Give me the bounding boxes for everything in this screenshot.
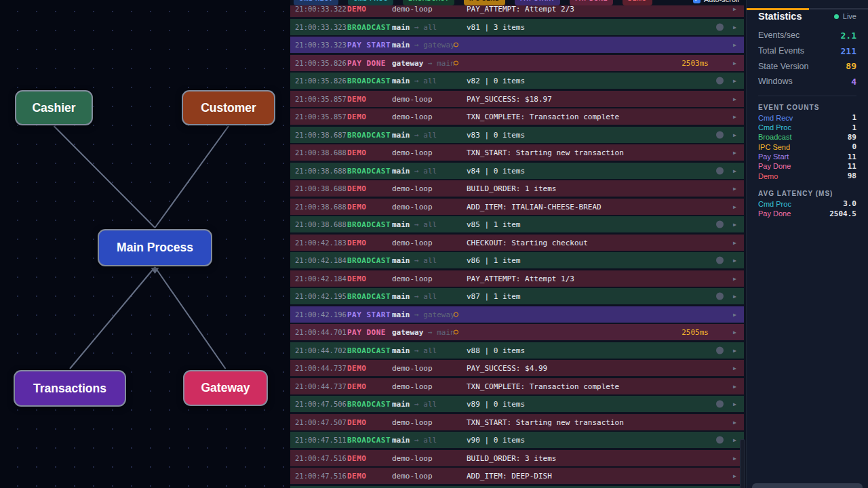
- event-message: v82 | 0 items: [467, 77, 525, 85]
- expand-chevron-icon[interactable]: ▶: [733, 455, 736, 461]
- expand-chevron-icon[interactable]: ▶: [733, 365, 736, 371]
- event-type-badge: DEMO: [347, 202, 367, 211]
- bottom-bar[interactable]: [752, 483, 863, 488]
- state-dot-icon: [716, 131, 724, 138]
- log-row[interactable]: 21:00:38.688DEMOdemo-loopTXN_START: Star…: [290, 144, 744, 161]
- log-row[interactable]: 21:00:42.196PAY STARTmain → gateway▶: [290, 306, 744, 323]
- log-row[interactable]: 21:00:38.687BROADCASTmain → allv83 | 0 i…: [290, 127, 744, 143]
- stats-title: Statistics: [758, 11, 802, 22]
- expand-chevron-icon[interactable]: ▶: [733, 150, 736, 156]
- expand-chevron-icon[interactable]: ▶: [733, 437, 736, 443]
- filter-chip-ipc-send[interactable]: IPC SEND: [464, 0, 505, 5]
- count-label: IPC Send: [758, 143, 790, 151]
- count-label: Demo: [758, 172, 778, 180]
- expand-chevron-icon[interactable]: ▶: [733, 60, 736, 66]
- filter-chip-broadcast[interactable]: BROADCAST: [403, 0, 454, 5]
- graph-edge: [155, 126, 229, 228]
- expand-chevron-icon[interactable]: ▶: [733, 311, 736, 317]
- count-row: Broadcast89: [758, 132, 856, 142]
- log-row[interactable]: 21:00:42.184BROADCASTmain → allv86 | 1 i…: [290, 252, 744, 268]
- expand-chevron-icon[interactable]: ▶: [733, 167, 736, 174]
- count-value: 1: [852, 123, 856, 132]
- pending-ring-icon: [454, 60, 458, 65]
- expand-chevron-icon[interactable]: ▶: [733, 186, 736, 192]
- log-scrollbar-thumb[interactable]: [740, 439, 745, 488]
- expand-chevron-icon[interactable]: ▶: [733, 293, 736, 300]
- log-row-partial[interactable]: [290, 486, 744, 488]
- expand-chevron-icon[interactable]: ▶: [733, 114, 736, 120]
- log-row[interactable]: 21:00:35.857DEMOdemo-loopPAY_SUCCESS: $1…: [290, 91, 744, 107]
- event-route: main → all: [392, 400, 437, 409]
- log-row[interactable]: 21:00:33.323BROADCASTmain → allv81 | 3 i…: [290, 19, 744, 35]
- event-message: TXN_START: Starting new transaction: [467, 418, 624, 426]
- expand-chevron-icon[interactable]: ▶: [733, 401, 736, 407]
- graph-node-customer[interactable]: Customer: [182, 90, 275, 125]
- divider: [758, 96, 856, 96]
- graph-node-cashier[interactable]: Cashier: [15, 90, 93, 125]
- event-route: gateway → main: [392, 328, 455, 337]
- expand-chevron-icon[interactable]: ▶: [733, 258, 736, 264]
- expand-chevron-icon[interactable]: ▶: [733, 473, 736, 479]
- log-row[interactable]: 21:00:42.183DEMOdemo-loopCHECKOUT: Start…: [290, 235, 744, 251]
- route-source: demo-loop: [392, 472, 433, 481]
- route-source: demo-loop: [392, 148, 433, 157]
- graph-node-main[interactable]: Main Process: [98, 229, 212, 266]
- log-row[interactable]: 21:00:44.737DEMOdemo-loopTXN_COMPLETE: T…: [290, 378, 744, 394]
- log-row[interactable]: 21:00:42.195BROADCASTmain → allv87 | 1 i…: [290, 288, 744, 304]
- event-counts-list: Cmd Recv1Cmd Proc1Broadcast89IPC Send0Pa…: [758, 113, 856, 181]
- expand-chevron-icon[interactable]: ▶: [733, 419, 736, 425]
- event-route: main → gateway: [392, 310, 455, 319]
- event-message: v90 | 0 items: [467, 436, 525, 445]
- filter-chip-cmd-recv[interactable]: CMD RECV: [294, 0, 338, 5]
- route-source: main: [392, 400, 410, 409]
- expand-chevron-icon[interactable]: ▶: [733, 24, 736, 30]
- pending-ring-icon: [454, 43, 458, 47]
- log-row[interactable]: 21:00:35.826BROADCASTmain → allv82 | 0 i…: [290, 73, 744, 89]
- log-row[interactable]: 21:00:38.688BROADCASTmain → allv85 | 1 i…: [290, 216, 744, 232]
- count-value: 3.0: [843, 199, 856, 208]
- filter-chip-pay-done[interactable]: PAY DONE: [570, 0, 613, 5]
- log-row[interactable]: 21:00:38.688BROADCASTmain → allv84 | 0 i…: [290, 163, 744, 179]
- log-row[interactable]: 21:00:42.184DEMOdemo-loopPAY_ATTEMPT: At…: [290, 270, 744, 287]
- count-row: IPC Send0: [758, 142, 856, 152]
- event-message: ADD_ITEM: ITALIAN-CHEESE-BREAD: [467, 202, 601, 211]
- expand-chevron-icon[interactable]: ▶: [733, 42, 736, 48]
- pending-ring-icon: [454, 330, 458, 335]
- expand-chevron-icon[interactable]: ▶: [733, 78, 736, 84]
- checkbox-checked-icon[interactable]: ✓: [693, 0, 701, 3]
- autoscroll-toggle[interactable]: ✓ Auto-scroll: [693, 0, 739, 3]
- log-row[interactable]: 21:00:47.516DEMOdemo-loopBUILD_ORDER: 3 …: [290, 450, 744, 466]
- log-row[interactable]: 21:00:38.688DEMOdemo-loopBUILD_ORDER: 1 …: [290, 180, 744, 197]
- log-row[interactable]: 21:00:44.701PAY DONEgateway → main2505ms…: [290, 324, 744, 340]
- log-row[interactable]: 21:00:33.323PAY STARTmain → gateway▶: [290, 37, 744, 53]
- log-row[interactable]: 21:00:47.506BROADCASTmain → allv89 | 0 i…: [290, 396, 744, 412]
- log-row[interactable]: 21:00:47.507DEMOdemo-loopTXN_START: Star…: [290, 414, 744, 430]
- log-row[interactable]: 21:00:44.702BROADCASTmain → allv88 | 0 i…: [290, 342, 744, 359]
- log-row[interactable]: 21:00:35.857DEMOdemo-loopTXN_COMPLETE: T…: [290, 108, 744, 125]
- log-row[interactable]: 21:00:35.826PAY DONEgateway → main2503ms…: [290, 55, 744, 71]
- expand-chevron-icon[interactable]: ▶: [733, 383, 736, 389]
- event-message: v83 | 0 items: [467, 130, 525, 139]
- filter-chip-demo[interactable]: DEMO: [623, 0, 652, 5]
- expand-chevron-icon[interactable]: ▶: [733, 239, 736, 245]
- expand-chevron-icon[interactable]: ▶: [733, 131, 736, 138]
- log-row[interactable]: 21:00:47.511BROADCASTmain → allv90 | 0 i…: [290, 432, 744, 448]
- expand-chevron-icon[interactable]: ▶: [733, 96, 736, 102]
- expand-chevron-icon[interactable]: ▶: [733, 222, 736, 228]
- log-row[interactable]: 21:00:47.516DEMOdemo-loopADD_ITEM: DEEP-…: [290, 468, 744, 484]
- graph-node-transactions[interactable]: Transactions: [14, 370, 126, 407]
- state-dot-icon: [716, 401, 724, 408]
- event-type-badge: BROADCAST: [347, 256, 391, 265]
- graph-node-gateway[interactable]: Gateway: [183, 370, 268, 406]
- expand-chevron-icon[interactable]: ▶: [733, 275, 736, 281]
- log-row[interactable]: 21:00:38.688DEMOdemo-loopADD_ITEM: ITALI…: [290, 199, 744, 215]
- event-timestamp: 21:00:35.857: [295, 95, 347, 103]
- expand-chevron-icon[interactable]: ▶: [733, 347, 736, 353]
- route-source: demo-loop: [392, 113, 433, 121]
- filter-chip-pay-start[interactable]: PAY START: [515, 0, 560, 5]
- log-row[interactable]: 21:00:44.737DEMOdemo-loopPAY_SUCCESS: $4…: [290, 360, 744, 376]
- expand-chevron-icon[interactable]: ▶: [733, 329, 736, 336]
- expand-chevron-icon[interactable]: ▶: [733, 6, 736, 12]
- expand-chevron-icon[interactable]: ▶: [733, 203, 736, 209]
- filter-chip-cmd-proc[interactable]: CMD PROC: [348, 0, 393, 5]
